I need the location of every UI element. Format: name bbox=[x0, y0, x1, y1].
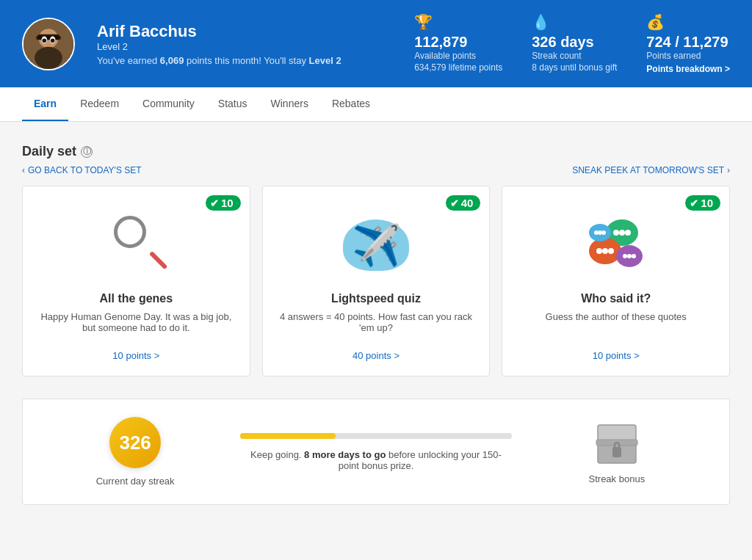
check-icon-0: ✔ bbox=[210, 197, 219, 209]
coins-icon: 💰 bbox=[646, 13, 730, 31]
streak-bonus-days: 8 days until bonus gift bbox=[532, 62, 617, 73]
svg-point-15 bbox=[602, 248, 608, 254]
streak-section: 326 Current day streak Keep going. 8 mor… bbox=[22, 399, 730, 505]
card-link-label-0: 10 points > bbox=[112, 350, 159, 361]
card-title-0: All the genes bbox=[100, 292, 173, 305]
user-points-message: You've earned 6,069 points this month! Y… bbox=[97, 55, 392, 66]
jet-icon: ✈️ bbox=[339, 212, 413, 278]
svg-point-19 bbox=[627, 254, 632, 258]
streak-message: Keep going. 8 more days to go before unl… bbox=[240, 449, 511, 471]
streak-circle: 326 bbox=[109, 417, 161, 468]
check-icon-2: ✔ bbox=[690, 197, 698, 209]
main-content: Daily set ⓘ ‹ GO BACK TO TODAY'S SET SNE… bbox=[0, 122, 752, 520]
nav-item-status[interactable]: Status bbox=[206, 87, 259, 121]
svg-point-12 bbox=[625, 230, 631, 236]
streak-bonus-label: Streak bonus bbox=[589, 473, 646, 484]
streak-bar-fill bbox=[240, 433, 335, 439]
streak-bar-container bbox=[240, 433, 511, 439]
streak-msg-prefix: Keep going. bbox=[250, 449, 304, 460]
badge-value-2: 10 bbox=[701, 197, 713, 209]
badge-value-1: 40 bbox=[461, 197, 474, 209]
svg-point-8 bbox=[51, 38, 55, 43]
streak-current-label: Current day streak bbox=[96, 476, 175, 487]
card-link-label-2: 10 points > bbox=[593, 350, 640, 361]
jet-emoji: ✈️ bbox=[352, 222, 401, 269]
svg-point-11 bbox=[619, 230, 625, 236]
points-earned-label: Points earned bbox=[646, 51, 730, 61]
svg-point-16 bbox=[608, 248, 614, 254]
section-title: Daily set ⓘ bbox=[22, 144, 730, 159]
streak-current: 326 Current day streak bbox=[45, 417, 225, 487]
card-badge-2: ✔ 10 bbox=[685, 195, 720, 211]
points-earned-value: 724 / 11,279 bbox=[646, 34, 730, 51]
lifetime-points: 634,579 lifetime points bbox=[414, 62, 502, 73]
available-points-label: Available points bbox=[414, 51, 502, 61]
points-msg-suffix: points this month! You'll stay bbox=[184, 55, 308, 66]
streak-days-value: 326 days bbox=[532, 34, 617, 51]
card-desc-2: Guess the author of these quotes bbox=[546, 311, 687, 338]
sneak-peek-button[interactable]: SNEAK PEEK AT TOMORROW'S SET › bbox=[572, 165, 730, 175]
card-image-2 bbox=[579, 208, 653, 282]
card-who-said-it[interactable]: ✔ 10 bbox=[502, 186, 730, 377]
daily-nav: ‹ GO BACK TO TODAY'S SET SNEAK PEEK AT T… bbox=[22, 165, 730, 175]
card-link-2[interactable]: 10 points > bbox=[593, 350, 640, 361]
header: Arif Bacchus Level 2 You've earned 6,069… bbox=[0, 0, 752, 87]
back-label: GO BACK TO TODAY'S SET bbox=[28, 165, 142, 175]
level-stay: Level 2 bbox=[309, 55, 341, 66]
svg-point-2 bbox=[35, 46, 62, 68]
card-link-1[interactable]: 40 points > bbox=[352, 350, 400, 361]
badge-value-0: 10 bbox=[221, 197, 234, 209]
magnifier-icon bbox=[110, 216, 162, 274]
card-desc-1: 4 answers = 40 points. How fast can you … bbox=[278, 311, 475, 338]
stat-points: 🏆 112,879 Available points 634,579 lifet… bbox=[414, 13, 502, 74]
back-to-today-button[interactable]: ‹ GO BACK TO TODAY'S SET bbox=[22, 165, 142, 175]
stat-earned: 💰 724 / 11,279 Points earned Points brea… bbox=[646, 13, 730, 74]
card-all-genes[interactable]: ✔ 10 All the genes Happy Human Genome Da… bbox=[22, 186, 250, 377]
points-earned: 6,069 bbox=[160, 55, 184, 66]
nav-bar: Earn Redeem Community Status Winners Reb… bbox=[0, 87, 752, 122]
chat-bubbles-icon bbox=[579, 211, 653, 280]
svg-rect-28 bbox=[612, 447, 621, 457]
daily-set-title: Daily set bbox=[22, 144, 76, 159]
card-badge-1: ✔ 40 bbox=[446, 195, 481, 211]
card-link-0[interactable]: 10 points > bbox=[112, 350, 159, 361]
nav-item-winners[interactable]: Winners bbox=[259, 87, 320, 121]
chevron-right-icon: › bbox=[727, 165, 730, 175]
svg-point-10 bbox=[613, 230, 619, 236]
user-name: Arif Bacchus bbox=[97, 22, 392, 41]
card-title-1: Lightspeed quiz bbox=[331, 292, 421, 305]
streak-msg-days: 8 more days to go bbox=[304, 449, 386, 460]
avatar-image bbox=[24, 19, 73, 69]
user-level: Level 2 bbox=[97, 41, 392, 52]
daily-set-cards: ✔ 10 All the genes Happy Human Genome Da… bbox=[22, 186, 730, 377]
streak-bonus: Streak bonus bbox=[527, 419, 707, 484]
nav-item-earn[interactable]: Earn bbox=[22, 87, 68, 121]
points-breakdown-link[interactable]: Points breakdown > bbox=[646, 64, 730, 74]
streak-middle: Keep going. 8 more days to go before unl… bbox=[225, 433, 526, 471]
chest-svg bbox=[595, 419, 639, 466]
card-title-2: Who said it? bbox=[581, 292, 651, 305]
trophy-icon: 🏆 bbox=[414, 13, 502, 31]
card-lightspeed[interactable]: ✔ 40 ✈️ Lightspeed quiz 4 answers = 40 p… bbox=[262, 186, 491, 377]
chevron-left-icon: ‹ bbox=[22, 165, 25, 175]
info-icon[interactable]: ⓘ bbox=[81, 146, 93, 158]
card-image-1: ✈️ bbox=[339, 208, 413, 282]
card-desc-0: Happy Human Genome Day. It was a big job… bbox=[37, 311, 235, 338]
nav-item-rebates[interactable]: Rebates bbox=[320, 87, 382, 121]
available-points-value: 112,879 bbox=[414, 34, 502, 51]
user-info: Arif Bacchus Level 2 You've earned 6,069… bbox=[97, 22, 392, 66]
header-stats: 🏆 112,879 Available points 634,579 lifet… bbox=[414, 13, 730, 74]
svg-point-18 bbox=[623, 254, 627, 258]
nav-item-community[interactable]: Community bbox=[131, 87, 206, 121]
nav-item-redeem[interactable]: Redeem bbox=[68, 87, 131, 121]
streak-count-label: Streak count bbox=[532, 51, 617, 61]
points-msg-prefix: You've earned bbox=[97, 55, 160, 66]
svg-rect-4 bbox=[36, 35, 61, 40]
svg-point-7 bbox=[43, 38, 47, 43]
card-badge-0: ✔ 10 bbox=[206, 195, 241, 211]
avatar bbox=[22, 18, 75, 70]
fwd-label: SNEAK PEEK AT TOMORROW'S SET bbox=[572, 165, 724, 175]
check-icon-1: ✔ bbox=[450, 197, 459, 209]
card-link-label-1: 40 points > bbox=[352, 350, 400, 361]
svg-point-24 bbox=[601, 230, 606, 235]
